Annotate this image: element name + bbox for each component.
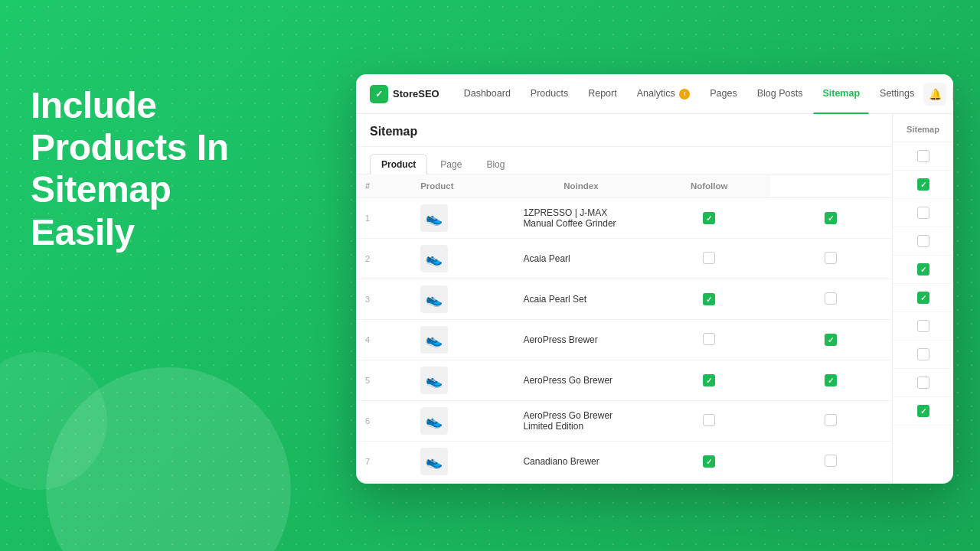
noindex-cell[interactable]: ✓ [648, 360, 770, 401]
product-thumbnail: 👟 [420, 245, 448, 272]
nofollow-cell[interactable]: ✓ [770, 482, 892, 484]
nofollow-cell[interactable] [770, 239, 892, 279]
noindex-checkbox[interactable]: ✓ [703, 455, 715, 468]
sitemap-checkbox[interactable] [917, 348, 929, 360]
sub-tab-product[interactable]: Product [370, 154, 427, 174]
product-thumbnail: 👟 [420, 367, 448, 394]
product-image-cell: 👟 [411, 482, 514, 484]
sidebar-sitemap-row: ✓ [893, 284, 953, 312]
nofollow-cell[interactable] [770, 401, 892, 442]
product-thumbnail: 👟 [420, 407, 448, 435]
content-area: Sitemap Product Page Blog # Product Noin… [356, 114, 953, 484]
noindex-checkbox[interactable] [703, 414, 715, 426]
table-row: 5 👟 AeroPress Go Brewer ✓ ✓ [356, 360, 892, 401]
sitemap-checkbox[interactable]: ✓ [917, 263, 929, 276]
nav-item-sitemap[interactable]: Sitemap [813, 83, 869, 103]
noindex-cell[interactable] [648, 320, 770, 360]
product-image-cell: 👟 [411, 401, 514, 442]
product-thumbnail: 👟 [420, 204, 448, 232]
logo-icon: ✓ [370, 85, 388, 103]
table-row: 1 👟 1ZPRESSO | J-MAX Manual Coffee Grind… [356, 198, 892, 239]
noindex-cell[interactable] [648, 401, 770, 442]
product-name: AeroPress Go Brewer Limited Edition [514, 401, 648, 442]
sitemap-checkbox[interactable] [917, 150, 929, 162]
sub-tab-page[interactable]: Page [429, 154, 473, 174]
sitemap-checkbox[interactable]: ✓ [917, 292, 929, 304]
nav-item-products[interactable]: Products [521, 83, 577, 103]
nav-actions: 🔔 📞 Talk To SEO Expert [923, 83, 953, 106]
table-body: 1 👟 1ZPRESSO | J-MAX Manual Coffee Grind… [356, 198, 892, 484]
nofollow-cell[interactable]: ✓ [770, 360, 892, 401]
nofollow-cell[interactable] [770, 442, 892, 482]
nav-item-analytics[interactable]: Analytics ! [628, 83, 700, 104]
nav-item-dashboard[interactable]: Dashboard [455, 83, 520, 103]
row-num: 3 [356, 279, 411, 320]
product-name: AeroPress Go Brewer [514, 360, 648, 401]
noindex-checkbox[interactable] [703, 333, 715, 345]
product-thumbnail: 👟 [420, 448, 448, 475]
noindex-cell[interactable] [648, 239, 770, 279]
expert-button[interactable]: 📞 Talk To SEO Expert [952, 83, 953, 104]
sitemap-checkbox[interactable]: ✓ [917, 405, 929, 417]
sidebar-sitemap-row [893, 142, 953, 171]
product-thumbnail: 👟 [420, 326, 448, 354]
hero-text: IncludeProducts InSitemapEasily [31, 84, 229, 253]
noindex-checkbox[interactable]: ✓ [703, 374, 715, 386]
sub-tabs: Product Page Blog [356, 147, 892, 174]
table-row: 8 👟 Canadiano Brewer White Ash ✓ ✓ [356, 482, 892, 484]
nofollow-checkbox[interactable]: ✓ [825, 212, 837, 224]
nofollow-checkbox[interactable] [825, 292, 837, 305]
sitemap-checkbox[interactable] [917, 377, 929, 389]
sidebar-header: Sitemap [893, 114, 953, 142]
nofollow-checkbox[interactable] [825, 414, 837, 426]
nofollow-cell[interactable]: ✓ [770, 320, 892, 360]
noindex-checkbox[interactable] [703, 252, 715, 264]
product-image-cell: 👟 [411, 442, 514, 482]
nofollow-checkbox[interactable] [825, 252, 837, 264]
sidebar-sitemap-row [893, 312, 953, 341]
nav-item-report[interactable]: Report [579, 83, 626, 103]
nav-item-blog-posts[interactable]: Blog Posts [748, 83, 812, 103]
sidebar-sitemap-row [893, 227, 953, 256]
sidebar-sitemap-row [893, 341, 953, 369]
product-name: Canadiano Brewer White Ash [514, 482, 648, 484]
nofollow-checkbox[interactable]: ✓ [825, 374, 837, 386]
noindex-cell[interactable]: ✓ [648, 482, 770, 484]
top-nav: ✓ StoreSEO Dashboard Products Report Ana… [356, 74, 953, 114]
row-num: 1 [356, 198, 411, 239]
sidebar-sitemap-row: ✓ [893, 397, 953, 425]
sitemap-checkbox[interactable] [917, 235, 929, 247]
table-row: 2 👟 Acaia Pearl [356, 239, 892, 279]
table-row: 4 👟 AeroPress Brewer ✓ [356, 320, 892, 360]
sub-tab-blog[interactable]: Blog [475, 154, 516, 174]
nofollow-checkbox[interactable] [825, 455, 837, 467]
products-table: # Product Noindex Nofollow 1 👟 1ZPRESSO … [356, 174, 892, 484]
nofollow-cell[interactable]: ✓ [770, 198, 892, 239]
product-name: 1ZPRESSO | J-MAX Manual Coffee Grinder [514, 198, 648, 239]
table-header-row: # Product Noindex Nofollow [356, 174, 892, 198]
nav-item-settings[interactable]: Settings [871, 83, 923, 103]
row-num: 7 [356, 442, 411, 482]
table-row: 3 👟 Acaia Pearl Set ✓ [356, 279, 892, 320]
sitemap-checkbox[interactable] [917, 320, 929, 332]
noindex-cell[interactable]: ✓ [648, 279, 770, 320]
product-image-cell: 👟 [411, 279, 514, 320]
noindex-cell[interactable]: ✓ [648, 442, 770, 482]
row-num: 2 [356, 239, 411, 279]
sitemap-checkbox[interactable] [917, 207, 929, 219]
product-name: Canadiano Brewer [514, 442, 648, 482]
sitemap-checkbox[interactable]: ✓ [917, 178, 929, 191]
nav-item-pages[interactable]: Pages [701, 83, 746, 103]
bell-button[interactable]: 🔔 [923, 83, 946, 106]
nofollow-checkbox[interactable]: ✓ [825, 334, 837, 346]
noindex-cell[interactable]: ✓ [648, 198, 770, 239]
analytics-badge: ! [679, 89, 690, 99]
nofollow-cell[interactable] [770, 279, 892, 320]
noindex-checkbox[interactable]: ✓ [703, 212, 715, 224]
product-name: Acaia Pearl [514, 239, 648, 279]
app-window: ✓ StoreSEO Dashboard Products Report Ana… [356, 74, 953, 484]
product-image-cell: 👟 [411, 320, 514, 360]
nav-items: Dashboard Products Report Analytics ! Pa… [455, 83, 924, 104]
noindex-checkbox[interactable]: ✓ [703, 293, 715, 305]
product-name: Acaia Pearl Set [514, 279, 648, 320]
